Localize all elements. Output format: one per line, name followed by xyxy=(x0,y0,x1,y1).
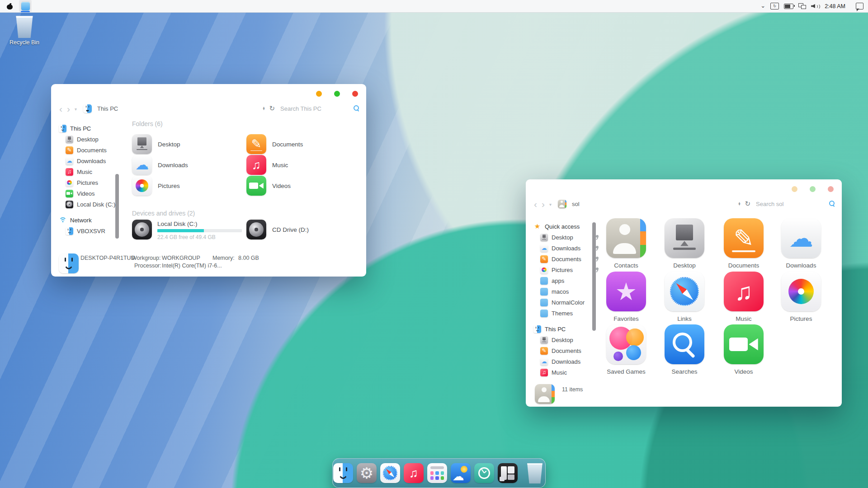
dock-finder[interactable] xyxy=(333,461,354,485)
folder-pictures[interactable]: Pictures xyxy=(132,176,243,196)
folder-desktop[interactable]: Desktop xyxy=(132,134,243,154)
search-icon[interactable] xyxy=(829,201,835,207)
tray-expand-icon[interactable]: ⌄ xyxy=(760,2,765,9)
grid-item-pictures[interactable]: Pictures xyxy=(773,272,830,322)
address-dropdown-icon[interactable]: ▴▾ xyxy=(738,202,740,206)
sidebar-item-vboxsvr[interactable]: VBOXSVR xyxy=(59,225,122,236)
refresh-icon[interactable]: ↻ xyxy=(269,104,275,113)
maximize-button[interactable] xyxy=(334,91,340,97)
dock-weather[interactable]: ☁ xyxy=(450,461,471,485)
sidebar-label: Themes xyxy=(552,310,573,317)
sidebar-item-documents[interactable]: ✎ Documents xyxy=(59,145,122,155)
dock-time-machine[interactable] xyxy=(474,461,495,485)
sidebar-label: Desktop xyxy=(552,234,573,241)
running-app-file-explorer[interactable] xyxy=(19,0,32,12)
sidebar-item-downloads[interactable]: ☁ Downloads xyxy=(59,155,122,166)
sidebar-item-desktop[interactable]: Desktop xyxy=(533,232,597,243)
volume-icon[interactable] xyxy=(811,3,818,9)
sidebar-item-pc-desktop[interactable]: Desktop xyxy=(533,334,597,345)
sidebar-label: Downloads xyxy=(552,358,580,365)
close-button[interactable] xyxy=(352,91,358,97)
battery-icon[interactable] xyxy=(784,4,793,9)
back-button[interactable]: ‹ xyxy=(59,104,62,113)
recent-locations-icon[interactable]: ▾ xyxy=(75,107,77,112)
search-icon[interactable] xyxy=(354,105,360,112)
search-input[interactable] xyxy=(279,105,349,113)
grid-item-documents[interactable]: ✎ Documents xyxy=(715,218,772,269)
sidebar-item-quick-access[interactable]: ★ Quick access xyxy=(533,221,597,232)
grid-item-contacts[interactable]: Contacts xyxy=(598,218,655,269)
dock-tiles[interactable] xyxy=(497,461,518,485)
sidebar: ★ Quick access Desktop ☁ Downloads ✎ Doc… xyxy=(533,221,597,378)
sidebar-item-local-disk[interactable]: Local Disk (C:) xyxy=(59,199,122,210)
drive-local-disk-c[interactable]: Local Disk (C:) 22.4 GB free of 49.4 GB xyxy=(132,220,250,240)
memory-value: 8.00 GB xyxy=(238,255,259,261)
close-button[interactable] xyxy=(828,186,834,192)
sidebar-item-pc-documents[interactable]: ✎ Documents xyxy=(533,345,597,356)
sidebar-item-network[interactable]: Network xyxy=(59,215,122,225)
sidebar-item-videos[interactable]: Videos xyxy=(59,188,122,199)
dock-trash[interactable] xyxy=(524,461,545,485)
breadcrumb[interactable]: This PC xyxy=(83,104,118,113)
apple-menu-icon[interactable] xyxy=(7,3,13,9)
dock-music[interactable]: ♫ xyxy=(403,461,424,485)
sidebar-scrollbar[interactable] xyxy=(115,174,119,239)
forward-button[interactable]: › xyxy=(67,104,70,113)
refresh-icon[interactable]: ↻ xyxy=(745,200,750,208)
sidebar-item-this-pc[interactable]: This PC xyxy=(59,123,122,134)
search-input[interactable] xyxy=(755,200,825,208)
sidebar-label: apps xyxy=(552,277,564,284)
address-dropdown-icon[interactable]: ▴▾ xyxy=(263,107,264,111)
dock-settings[interactable]: ⚙ xyxy=(356,461,377,485)
drive-cd-d[interactable]: CD Drive (D:) xyxy=(246,220,357,239)
sidebar-item-downloads[interactable]: ☁ Downloads xyxy=(533,243,597,253)
grid-label: Favorites xyxy=(613,315,639,322)
grid-item-links[interactable]: Links xyxy=(656,272,713,322)
desktop-icon xyxy=(66,136,73,143)
sidebar-scrollbar[interactable] xyxy=(592,222,596,331)
maximize-button[interactable] xyxy=(810,186,816,192)
sidebar-item-pc-downloads[interactable]: ☁ Downloads xyxy=(533,356,597,367)
grid-item-music[interactable]: ♫ Music xyxy=(715,272,772,322)
sidebar-item-pc-music[interactable]: ♫ Music xyxy=(533,367,597,378)
back-button[interactable]: ‹ xyxy=(534,199,537,209)
clock[interactable]: 2:48 AM xyxy=(825,3,845,9)
sidebar-item-pictures[interactable]: Pictures xyxy=(59,177,122,188)
sidebar-item-apps[interactable]: apps xyxy=(533,275,597,286)
computer-name: DESKTOP-P4R1TUD xyxy=(80,255,135,261)
sidebar-item-normalcolor[interactable]: NormalColor xyxy=(533,297,597,308)
file-explorer-window-sol: ‹ › ▾ sol ▴▾ ↻ ★ Quick access Desktop ☁ … xyxy=(526,179,842,407)
sidebar-item-documents[interactable]: ✎ Documents xyxy=(533,253,597,264)
grid-item-videos[interactable]: Videos xyxy=(715,324,772,375)
grid-label: Saved Games xyxy=(607,368,646,375)
grid-item-downloads[interactable]: ☁ Downloads xyxy=(773,218,830,269)
sidebar-item-pictures[interactable]: Pictures xyxy=(533,264,597,275)
sidebar-item-macos[interactable]: macos xyxy=(533,286,597,297)
videos-icon xyxy=(246,176,266,196)
folder-downloads[interactable]: ☁ Downloads xyxy=(132,155,243,175)
folder-label: Videos xyxy=(272,183,291,189)
dock-launchpad[interactable] xyxy=(427,461,448,485)
sidebar-label: Documents xyxy=(552,347,581,354)
folder-videos[interactable]: Videos xyxy=(246,176,357,196)
action-center-icon[interactable] xyxy=(856,3,863,9)
minimize-button[interactable] xyxy=(792,186,797,192)
grid-item-favorites[interactable]: ★ Favorites xyxy=(598,272,655,322)
forward-button[interactable]: › xyxy=(542,199,545,209)
grid-item-desktop[interactable]: Desktop xyxy=(656,218,713,269)
grid-item-saved-games[interactable]: Saved Games xyxy=(598,324,655,375)
breadcrumb[interactable]: sol xyxy=(558,200,580,208)
network-icon[interactable] xyxy=(798,3,806,9)
dock-safari[interactable] xyxy=(380,461,401,485)
minimize-button[interactable] xyxy=(316,91,322,97)
sidebar-item-themes[interactable]: Themes xyxy=(533,308,597,319)
sidebar-item-desktop[interactable]: Desktop xyxy=(59,134,122,145)
grid-item-searches[interactable]: Searches xyxy=(656,324,713,375)
recycle-bin[interactable]: Recycle Bin xyxy=(4,15,45,46)
sidebar-item-this-pc[interactable]: This PC xyxy=(533,324,597,334)
folder-documents[interactable]: ✎ Documents xyxy=(246,134,357,154)
display-tray-icon[interactable]: ↻ xyxy=(770,3,779,9)
folder-music[interactable]: ♫ Music xyxy=(246,155,357,175)
sidebar-item-music[interactable]: ♫ Music xyxy=(59,166,122,177)
recent-locations-icon[interactable]: ▾ xyxy=(549,202,552,207)
